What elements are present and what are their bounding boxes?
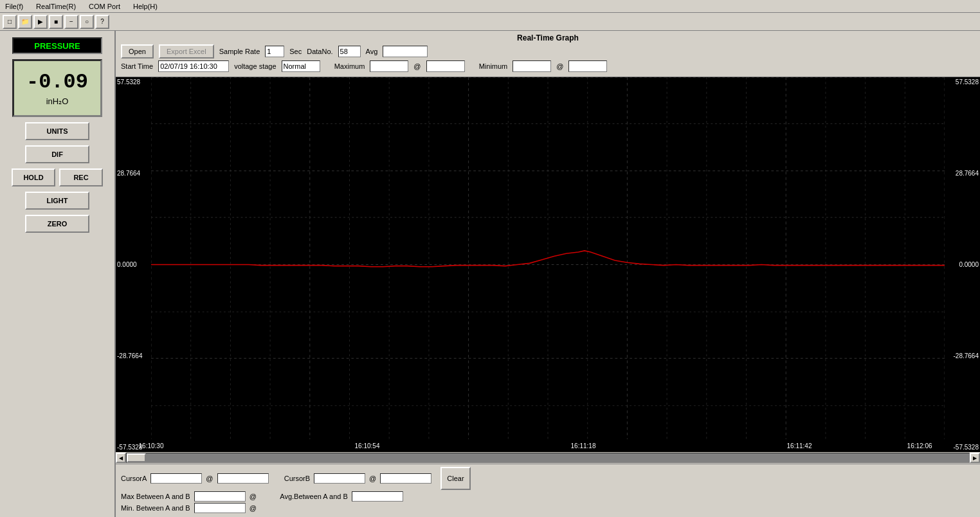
- cursor-b-value[interactable]: [314, 473, 365, 484]
- main-layout: PRESSURE -0.09 inH₂O UNITS DIF HOLD REC …: [0, 31, 980, 517]
- new-button[interactable]: □: [3, 15, 17, 29]
- scrollbar-track[interactable]: [126, 453, 970, 463]
- rec-button[interactable]: REC: [59, 168, 103, 186]
- cursor-row-3: Min. Between A and B @: [121, 503, 975, 513]
- menu-realtime[interactable]: RealTime(R): [33, 2, 78, 11]
- min-between-at: @: [250, 504, 257, 512]
- light-button[interactable]: LIGHT: [25, 192, 89, 210]
- sec-label: Sec: [289, 48, 302, 55]
- x-label-2: 16:11:18: [571, 442, 596, 449]
- dif-button[interactable]: DIF: [25, 145, 89, 163]
- scroll-left-button[interactable]: ◀: [116, 453, 126, 463]
- maximum-input: [370, 60, 408, 72]
- start-time-label: Start Time: [121, 62, 153, 70]
- voltage-stage-label: voltage stage: [234, 62, 276, 70]
- cursor-a-at-input[interactable]: [217, 473, 269, 484]
- avg-input[interactable]: [383, 46, 428, 57]
- graph-container: 57.5328 28.7664 0.0000 -28.7664 -57.5328…: [116, 77, 980, 452]
- x-label-1: 16:10:54: [355, 442, 380, 449]
- menu-file[interactable]: File(f): [3, 2, 26, 11]
- maximum-at-input: [426, 60, 465, 72]
- cursor-b-at: @: [369, 475, 376, 482]
- sample-rate-label: Sample Rate: [219, 48, 260, 55]
- avg-label: Avg: [366, 48, 378, 55]
- minimum-at-input: [568, 60, 607, 72]
- cursor-a-value[interactable]: [150, 473, 202, 484]
- avg-between-input: [352, 491, 403, 502]
- menubar: File(f) RealTime(R) COM Port Help(H): [0, 0, 980, 13]
- menu-comport[interactable]: COM Port: [86, 2, 123, 11]
- y-label-top-right: 57.5328: [946, 78, 979, 86]
- stop-button[interactable]: ■: [49, 15, 63, 29]
- min-between-input: [194, 503, 246, 513]
- pressure-value: -0.09: [26, 70, 88, 94]
- menu-help[interactable]: Help(H): [131, 2, 160, 11]
- graph-svg: [151, 77, 945, 452]
- voltage-stage-input[interactable]: [282, 60, 320, 72]
- scrollbar-area: ◀ ▶: [116, 452, 980, 464]
- control-bar: Real-Time Graph Open Export Excel Sample…: [116, 31, 980, 77]
- x-label-4: 16:12:06: [907, 442, 932, 449]
- pressure-unit: inH₂O: [46, 96, 69, 106]
- sidebar: PRESSURE -0.09 inH₂O UNITS DIF HOLD REC …: [0, 31, 116, 517]
- cursor-a-at: @: [206, 475, 213, 482]
- cursor-b-label: CursorB: [284, 475, 310, 482]
- y-label-mid-left: 0.0000: [117, 261, 150, 268]
- units-button[interactable]: UNITS: [25, 122, 89, 140]
- pressure-label: PRESSURE: [12, 37, 102, 54]
- open-file-button[interactable]: Open: [121, 44, 154, 59]
- open-button[interactable]: 📁: [18, 15, 32, 29]
- cursor-a-label: CursorA: [121, 475, 147, 482]
- x-axis-bar: 16:10:30 16:10:54 16:11:18 16:11:42 16:1…: [116, 439, 980, 452]
- cursor-row-2: Max Between A and B @ Avg.Between A and …: [121, 491, 975, 502]
- y-label-upper-right: 28.7664: [946, 170, 979, 177]
- export-excel-button[interactable]: Export Excel: [159, 44, 214, 59]
- y-axis-right: 57.5328 28.7664 0.0000 -28.7664 -57.5328: [945, 77, 980, 452]
- x-label-3: 16:11:42: [787, 442, 812, 449]
- clear-button[interactable]: Clear: [440, 467, 470, 490]
- max-between-at: @: [250, 493, 257, 500]
- control-row-2: Start Time voltage stage Maximum @ Minim…: [121, 60, 975, 72]
- x-label-0: 16:10:30: [139, 442, 164, 449]
- maximum-label: Maximum: [334, 62, 365, 70]
- y-label-upper-left: 28.7664: [117, 170, 150, 177]
- max-between-input: [194, 491, 246, 502]
- control-row-1: Open Export Excel Sample Rate Sec DataNo…: [121, 44, 975, 59]
- minus-button[interactable]: −: [64, 15, 78, 29]
- minimum-label: Minimum: [479, 62, 508, 70]
- toolbar: □ 📁 ▶ ■ − ○ ?: [0, 13, 980, 31]
- cursor-row-1: CursorA @ CursorB @ Clear: [121, 467, 975, 490]
- info-button[interactable]: ○: [80, 15, 94, 29]
- y-label-top-left: 57.5328: [117, 78, 150, 86]
- scroll-right-button[interactable]: ▶: [970, 453, 980, 463]
- graph-title: Real-Time Graph: [121, 33, 975, 42]
- y-label-lower-right: -28.7664: [946, 352, 979, 359]
- minimum-input: [513, 60, 551, 72]
- start-time-input[interactable]: [158, 60, 229, 72]
- zero-button[interactable]: ZERO: [25, 215, 89, 233]
- scrollbar-thumb[interactable]: [127, 453, 146, 462]
- min-between-label: Min. Between A and B: [121, 504, 190, 512]
- datano-label: DataNo.: [307, 48, 332, 55]
- sample-rate-input[interactable]: [265, 46, 284, 57]
- cursor-b-at-input[interactable]: [380, 473, 431, 484]
- y-label-lower-left: -28.7664: [117, 352, 150, 359]
- help-button[interactable]: ?: [95, 15, 109, 29]
- avg-between-label: Avg.Between A and B: [280, 493, 348, 500]
- cursor-bar: CursorA @ CursorB @ Clear Max Between A …: [116, 464, 980, 517]
- right-panel: Real-Time Graph Open Export Excel Sample…: [116, 31, 980, 517]
- max-between-label: Max Between A and B: [121, 493, 190, 500]
- maximum-at-label: @: [413, 62, 421, 70]
- play-button[interactable]: ▶: [33, 15, 48, 29]
- value-display: -0.09 inH₂O: [12, 59, 102, 117]
- y-label-mid-right: 0.0000: [946, 261, 979, 268]
- minimum-at-label: @: [556, 62, 563, 70]
- y-axis-left: 57.5328 28.7664 0.0000 -28.7664 -57.5328: [116, 77, 151, 452]
- datano-input[interactable]: [338, 46, 361, 57]
- hold-button[interactable]: HOLD: [12, 168, 55, 186]
